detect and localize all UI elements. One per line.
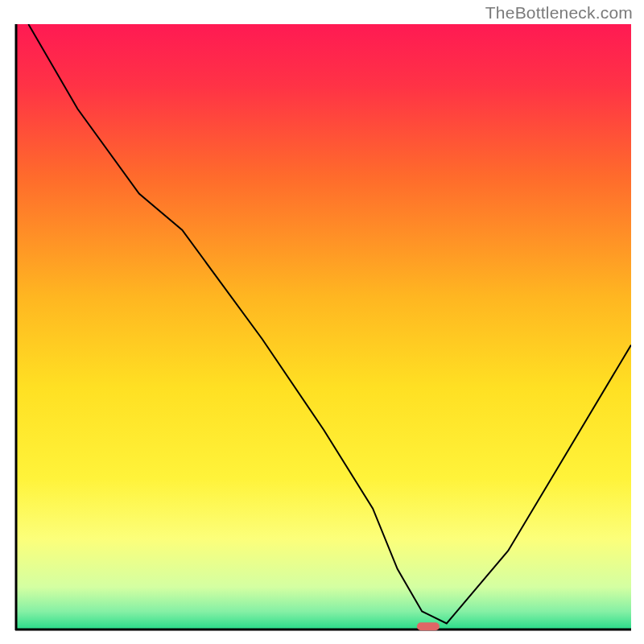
bottleneck-chart: [14, 24, 631, 631]
watermark-text: TheBottleneck.com: [485, 3, 633, 23]
optimal-point-marker: [417, 622, 440, 630]
chart-frame: TheBottleneck.com: [0, 0, 644, 644]
plot-background: [16, 24, 631, 630]
